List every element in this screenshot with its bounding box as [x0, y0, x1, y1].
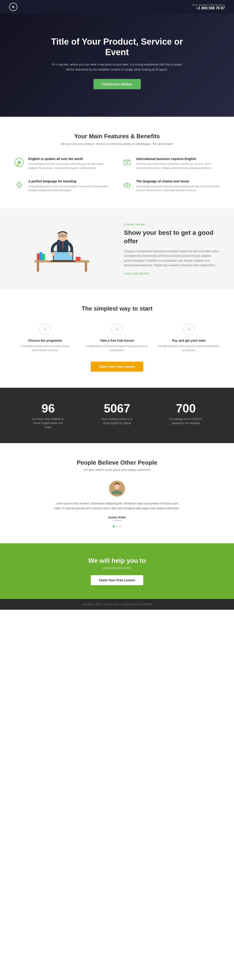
features-grid: English is spoken all over the world Com…	[14, 157, 220, 192]
header-phone: +1 800 598 78 87	[192, 6, 225, 10]
promote-image	[14, 224, 110, 274]
step-2: 2 Take a free trial lesson Collaborative…	[86, 324, 149, 352]
testimonial-quote: Lorem ipsum dolor sit amet, consectetur …	[53, 501, 181, 511]
feature-item-4: The language of cinema and music Dynamic…	[122, 180, 220, 192]
svg-rect-22	[51, 261, 76, 262]
step-title-3: Pay and get your tutor	[157, 339, 220, 342]
step-number-3: 3	[183, 324, 195, 335]
hero-title: Title of Your Product, Service or Event	[51, 37, 183, 57]
feature-text-1: English is spoken all over the world Com…	[28, 157, 112, 170]
steps-grid: 1 Choose the programm Completely provide…	[14, 324, 220, 352]
dot-3[interactable]	[119, 525, 121, 527]
feature-icon-4	[122, 180, 133, 191]
feature-icon-3	[14, 180, 25, 191]
step-desc-1: Completely provide access to market-driv…	[14, 344, 77, 352]
features-section: Your Main Features & Benefits We are sur…	[0, 117, 234, 208]
svg-rect-17	[40, 252, 42, 260]
svg-rect-14	[37, 262, 39, 272]
testimonials-section: People Believe Other People Let your vis…	[0, 443, 234, 543]
cta-section: We will help you to understand the world…	[0, 543, 234, 599]
feature-item-3: A perfect language for traveling Compell…	[14, 180, 112, 192]
svg-rect-11	[125, 183, 130, 188]
feature-item-2: International business requires English …	[122, 157, 220, 170]
feature-text-3: A perfect language for traveling Compell…	[28, 180, 112, 192]
stat-desc-2: Have already joined us to study English …	[99, 417, 135, 425]
promote-desc: Uniquely conceptualize backward-compatib…	[124, 249, 220, 268]
author-role: Student	[14, 519, 220, 522]
author-name: Justus Kühn	[14, 515, 220, 519]
step-title-2: Take a free trial lesson	[86, 339, 149, 342]
features-heading: Your Main Features & Benefits	[14, 133, 220, 140]
logo: B	[9, 3, 17, 11]
dot-1[interactable]	[113, 525, 115, 527]
stat-number-3: 700	[168, 401, 204, 415]
step-number-1: 1	[39, 324, 51, 335]
stat-desc-3: An average score of IELTS, passed by our…	[168, 417, 204, 425]
site-footer: Copyright © 2018 Company name. All right…	[0, 599, 234, 610]
header-question: Have Question? Get Answers	[192, 3, 225, 6]
step-title-1: Choose the programm	[14, 339, 77, 342]
testimonial-author: Justus Kühn Student	[14, 515, 220, 522]
steps-cta-button[interactable]: Claim Your Free Lesson	[91, 362, 144, 372]
svg-point-32	[69, 252, 73, 256]
promote-section: Promote Yourself Show your best to get a…	[0, 208, 234, 289]
cta-button[interactable]: Claim Your Free Lesson	[91, 575, 144, 585]
stat-desc-1: Our tutors help students to know English…	[30, 417, 66, 430]
feature-text-4: The language of cinema and music Dynamic…	[136, 180, 220, 192]
svg-rect-18	[42, 254, 45, 260]
step-desc-2: Collaboratively productize integrated te…	[86, 344, 149, 352]
stat-1: 96 Our tutors help students to know Engl…	[30, 401, 66, 430]
hero-section: Title of Your Product, Service or Event …	[0, 14, 234, 117]
testimonial-avatar	[109, 480, 125, 496]
feature-icon-2	[122, 157, 133, 168]
svg-point-27	[63, 234, 66, 237]
svg-point-31	[51, 252, 55, 256]
svg-rect-15	[85, 262, 87, 272]
stat-number-2: 5067	[99, 401, 135, 415]
svg-rect-16	[37, 253, 40, 260]
stat-number-1: 96	[30, 401, 66, 415]
dot-2[interactable]	[116, 525, 118, 527]
promote-label: Promote Yourself	[124, 222, 220, 227]
step-number-2: 2	[111, 324, 123, 335]
stat-2: 5067 Have already joined us to study Eng…	[99, 401, 135, 430]
feature-item-1: English is spoken all over the world Com…	[14, 157, 112, 170]
step-desc-3: Globally leverage other's process-centri…	[157, 344, 220, 352]
steps-section: The simplest way to start 1 Choose the p…	[0, 289, 234, 387]
header-contact: Have Question? Get Answers +1 800 598 78…	[192, 3, 225, 10]
step-1: 1 Choose the programm Completely provide…	[14, 324, 77, 352]
promote-heading: Show your best to get a good offer	[124, 229, 220, 245]
feature-icon-1	[14, 157, 25, 168]
step-3: 3 Pay and get your tutor Globally levera…	[157, 324, 220, 352]
features-subtitle: We are sure your product, service or eve…	[14, 142, 220, 146]
svg-rect-19	[76, 257, 80, 261]
testimonials-subtitle: Let your visitors know about your happy …	[14, 468, 220, 471]
testimonials-heading: People Believe Other People	[14, 459, 220, 466]
feature-text-2: International business requires English …	[136, 157, 220, 170]
svg-rect-5	[125, 160, 129, 161]
svg-rect-4	[124, 161, 130, 165]
footer-text: Copyright © 2018 Company name. All right…	[9, 603, 225, 606]
steps-heading: The simplest way to start	[14, 305, 220, 312]
svg-point-34	[114, 484, 120, 489]
promote-text: Promote Yourself Show your best to get a…	[124, 222, 220, 275]
hero-cta-button[interactable]: Call2Action Button	[93, 79, 141, 89]
hero-subtitle: It's a tag line, where you can write a k…	[51, 62, 183, 72]
testimonial-dots	[14, 525, 220, 527]
stats-section: 96 Our tutors help students to know Engl…	[0, 388, 234, 443]
site-header: B Have Question? Get Answers +1 800 598 …	[0, 0, 234, 14]
cta-subheading: understand the world.	[9, 566, 225, 570]
stat-3: 700 An average score of IELTS, passed by…	[168, 401, 204, 430]
cta-heading: We will help you to	[9, 557, 225, 565]
svg-point-26	[60, 234, 62, 237]
promote-link[interactable]: Learn more about us	[124, 272, 149, 275]
